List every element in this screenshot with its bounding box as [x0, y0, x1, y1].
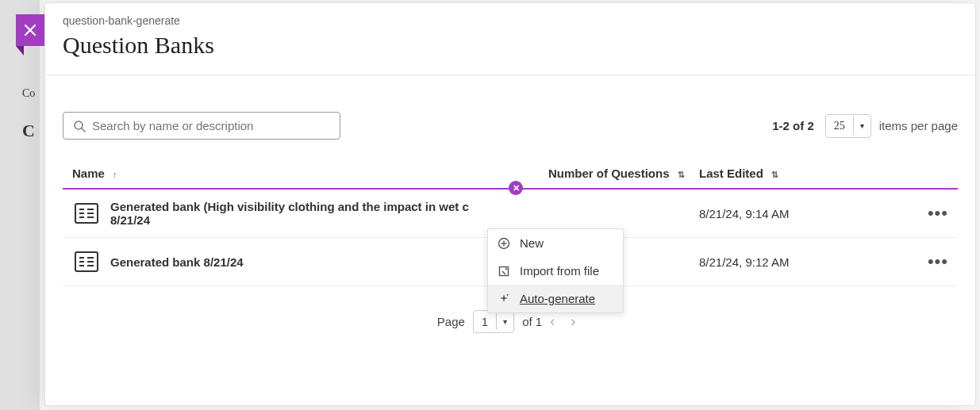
- search-input[interactable]: [92, 119, 330, 132]
- row-actions-button[interactable]: •••: [928, 203, 948, 223]
- question-banks-panel: question-bank-generate Question Banks 1-…: [44, 2, 976, 406]
- menu-item-new[interactable]: New: [488, 229, 623, 257]
- panel-header: question-bank-generate Question Banks: [45, 3, 975, 75]
- page-of-label: of 1: [522, 315, 542, 328]
- per-page-label: items per page: [879, 119, 958, 132]
- row-title: Generated bank 8/21/24: [110, 255, 244, 269]
- sort-asc-icon: ↑: [113, 170, 117, 179]
- create-menu: New Import from file Auto-generate: [487, 228, 624, 313]
- breadcrumb: question-bank-generate: [63, 14, 958, 27]
- menu-item-import[interactable]: Import from file: [488, 257, 623, 285]
- page-size-select[interactable]: 25 ▾: [825, 114, 871, 138]
- menu-item-auto-generate[interactable]: Auto-generate: [488, 285, 623, 312]
- svg-line-1: [82, 128, 85, 132]
- row-last-edited: 8/21/24, 9:12 AM: [699, 255, 858, 269]
- question-bank-icon: [72, 199, 101, 228]
- page-label: Page: [437, 315, 465, 328]
- page-select[interactable]: 1 ▾: [473, 310, 514, 333]
- results-summary: 1-2 of 2: [772, 119, 814, 132]
- column-name-label: Name: [72, 167, 105, 180]
- column-num-label: Number of Questions: [548, 167, 670, 180]
- row-last-edited: 8/21/24, 9:14 AM: [699, 207, 858, 220]
- close-icon: [24, 24, 37, 36]
- close-panel-button[interactable]: [16, 14, 44, 46]
- row-title: Generated bank (High visibility clothing…: [110, 200, 469, 213]
- bg-heading-letter: C: [22, 121, 35, 141]
- bg-tab-label: Co: [22, 87, 35, 100]
- sparkle-icon: [498, 293, 510, 305]
- menu-import-label: Import from file: [520, 264, 599, 278]
- column-header-num-questions[interactable]: Number of Questions ⇅: [548, 167, 699, 180]
- page-number: 1: [474, 311, 496, 332]
- page-title: Question Banks: [63, 32, 958, 59]
- close-icon: ✕: [513, 183, 520, 194]
- search-icon: [73, 120, 86, 132]
- menu-auto-label: Auto-generate: [520, 292, 595, 305]
- background-overlay: [0, 0, 40, 410]
- sort-icon: ⇅: [771, 170, 778, 179]
- row-subtitle: 8/21/24: [110, 213, 469, 227]
- row-actions-button[interactable]: •••: [928, 251, 948, 271]
- column-header-last-edited[interactable]: Last Edited ⇅: [699, 167, 858, 180]
- toolbar: 1-2 of 2 25 ▾ items per page: [45, 75, 975, 155]
- sort-icon: ⇅: [678, 170, 685, 179]
- table-header: Name ↑ Number of Questions ⇅ Last Edited…: [63, 155, 958, 190]
- svg-rect-19: [500, 266, 509, 275]
- next-page-button[interactable]: ›: [571, 313, 575, 330]
- svg-point-20: [507, 294, 509, 296]
- svg-rect-9: [75, 252, 98, 271]
- question-bank-icon: [72, 247, 101, 276]
- column-edited-label: Last Edited: [699, 167, 763, 180]
- plus-circle-icon: [498, 237, 510, 250]
- menu-new-label: New: [520, 236, 544, 250]
- prev-page-button[interactable]: ‹: [550, 313, 555, 330]
- page-size-value: 25: [826, 115, 853, 137]
- column-header-name[interactable]: Name ↑: [72, 167, 548, 180]
- svg-rect-2: [75, 204, 98, 223]
- chevron-down-icon[interactable]: ▾: [496, 313, 513, 330]
- search-field[interactable]: [63, 112, 340, 140]
- import-icon: [498, 265, 510, 278]
- create-menu-close-button[interactable]: ✕: [509, 181, 523, 195]
- chevron-down-icon[interactable]: ▾: [853, 117, 870, 135]
